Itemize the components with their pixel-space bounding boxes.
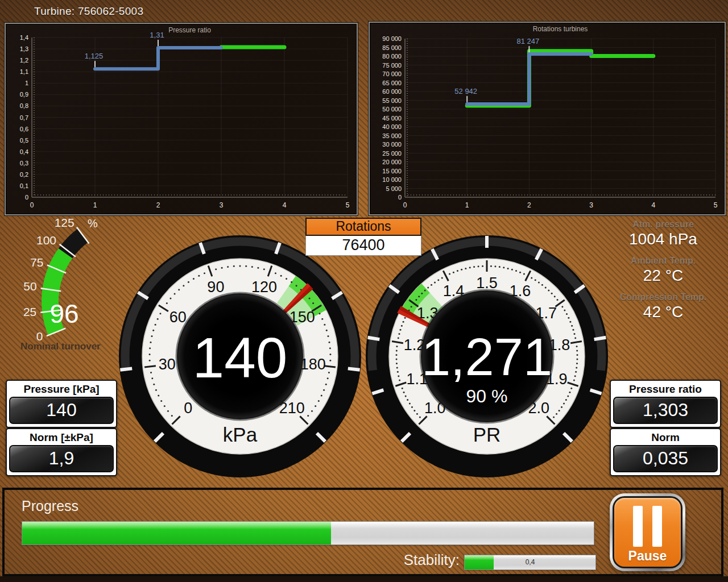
svg-text:0,2: 0,2: [20, 171, 28, 178]
svg-text:75 000: 75 000: [382, 62, 402, 69]
svg-text:0,3: 0,3: [20, 160, 28, 167]
svg-text:0: 0: [184, 400, 192, 417]
pressure-kpa-label: Pressure [kPa]: [9, 382, 114, 397]
svg-text:52 942: 52 942: [454, 87, 477, 95]
svg-text:140: 140: [193, 326, 288, 389]
svg-text:90: 90: [207, 278, 224, 296]
svg-text:2: 2: [527, 201, 531, 209]
svg-text:20 000: 20 000: [382, 159, 402, 165]
stability-label: Stability:: [346, 551, 460, 569]
svg-text:0,9: 0,9: [20, 91, 28, 98]
svg-text:0: 0: [36, 330, 43, 343]
stability-bar: 0,4: [464, 555, 596, 570]
svg-text:35 000: 35 000: [382, 132, 402, 139]
svg-text:120: 120: [251, 278, 277, 296]
svg-text:1,125: 1,125: [85, 52, 104, 60]
pause-button-face: Pause: [614, 498, 681, 567]
svg-text:kPa: kPa: [223, 423, 258, 446]
svg-text:0,7: 0,7: [20, 114, 28, 121]
rotations-value: 76400: [305, 236, 421, 256]
pause-button-label: Pause: [628, 548, 667, 564]
svg-text:90 %: 90 %: [466, 386, 508, 406]
svg-text:%: %: [88, 217, 98, 230]
compression-temp-value: 42 °C: [605, 303, 721, 321]
svg-text:5: 5: [714, 201, 718, 209]
svg-text:125: 125: [55, 217, 75, 229]
svg-text:40 000: 40 000: [382, 123, 402, 130]
svg-text:0: 0: [30, 201, 34, 209]
svg-text:0: 0: [403, 201, 407, 209]
pressure-ratio-dial-gauge: 1.01.11.21.31.41.51.61.71.81.92.0PR1,271…: [365, 234, 609, 479]
pause-button[interactable]: Pause: [610, 493, 685, 571]
svg-text:30 000: 30 000: [382, 141, 402, 148]
svg-text:Rotations turbines: Rotations turbines: [533, 25, 588, 33]
svg-text:80 000: 80 000: [382, 53, 402, 60]
bottom-strip: [0, 576, 728, 582]
ambient-temp-value: 22 °C: [605, 267, 721, 285]
pressure-ratio-chart: Pressure ratio1,41,31,21,110,90,80,70,60…: [5, 23, 358, 215]
rotations-readout: Rotations 76400: [305, 218, 421, 256]
progress-fill: [22, 522, 331, 544]
svg-text:50 000: 50 000: [382, 106, 402, 113]
atm-pressure-label: Atm. pressure: [605, 219, 721, 230]
norm-ratio-box: Norm 0,035: [610, 428, 721, 476]
pause-icon: [633, 506, 662, 547]
svg-text:60: 60: [169, 309, 187, 326]
svg-text:30: 30: [159, 356, 176, 373]
norm-kpa-value: 1,9: [9, 445, 114, 472]
norm-ratio-value: 0,035: [613, 445, 718, 472]
svg-text:96: 96: [49, 299, 78, 329]
norm-ratio-label: Norm: [613, 430, 718, 445]
ambient-temp-label: Ambient Temp.: [605, 256, 721, 266]
svg-text:0,5: 0,5: [20, 137, 28, 144]
svg-text:3: 3: [220, 201, 224, 209]
svg-text:0,1: 0,1: [20, 182, 28, 189]
svg-text:0: 0: [25, 194, 28, 201]
pressure-dial-gauge: 0306090120150180210kPa140: [118, 234, 362, 479]
svg-text:Pressure ratio: Pressure ratio: [168, 26, 211, 34]
rotations-chart: Rotations turbines90 00085 00080 00075 0…: [369, 22, 726, 215]
svg-text:25: 25: [23, 305, 36, 318]
nominal-turnover-gauge: 0255075100125%96: [14, 217, 119, 352]
progress-bar: [22, 521, 594, 545]
svg-text:85 000: 85 000: [382, 44, 402, 51]
svg-text:1,3: 1,3: [20, 45, 28, 52]
atm-pressure-value: 1004 hPa: [605, 230, 721, 248]
svg-text:0,8: 0,8: [20, 102, 28, 109]
norm-kpa-box: Norm [±kPa] 1,9: [6, 428, 117, 476]
svg-text:1: 1: [93, 201, 97, 209]
page-title: Turbine: 756062-5003: [34, 5, 143, 18]
svg-text:70 000: 70 000: [382, 70, 402, 77]
pressure-kpa-value: 140: [9, 397, 114, 424]
svg-text:5 000: 5 000: [386, 185, 402, 192]
svg-text:4: 4: [283, 201, 287, 209]
svg-text:75: 75: [30, 256, 43, 269]
svg-text:60 000: 60 000: [382, 88, 402, 95]
svg-text:55 000: 55 000: [382, 97, 402, 104]
compression-temp-label: Compression Temp.: [605, 292, 721, 302]
svg-text:81 247: 81 247: [517, 37, 540, 45]
svg-text:65 000: 65 000: [382, 80, 402, 86]
svg-text:50: 50: [23, 280, 36, 293]
svg-text:2: 2: [156, 201, 160, 209]
svg-text:1: 1: [465, 201, 469, 209]
svg-text:5: 5: [346, 201, 350, 209]
svg-text:0,6: 0,6: [20, 126, 28, 132]
svg-text:0,4: 0,4: [20, 148, 28, 155]
norm-kpa-label: Norm [±kPa]: [9, 430, 114, 445]
progress-label: Progress: [22, 498, 78, 514]
pressure-ratio-label: Pressure ratio: [613, 382, 718, 397]
svg-text:PR: PR: [473, 423, 501, 446]
svg-text:4: 4: [651, 201, 655, 209]
pause-button-ring: Pause: [613, 496, 682, 568]
svg-text:1,4: 1,4: [20, 34, 28, 41]
svg-text:10 000: 10 000: [382, 176, 402, 183]
svg-text:100: 100: [36, 234, 56, 247]
svg-text:15 000: 15 000: [382, 168, 402, 174]
rotations-header: Rotations: [305, 218, 421, 236]
svg-text:0: 0: [398, 194, 402, 201]
svg-text:90 000: 90 000: [382, 35, 402, 42]
svg-text:1,2: 1,2: [20, 57, 28, 64]
environment-panel: Atm. pressure 1004 hPa Ambient Temp. 22 …: [605, 219, 721, 321]
stability-value: 0,4: [465, 555, 595, 569]
